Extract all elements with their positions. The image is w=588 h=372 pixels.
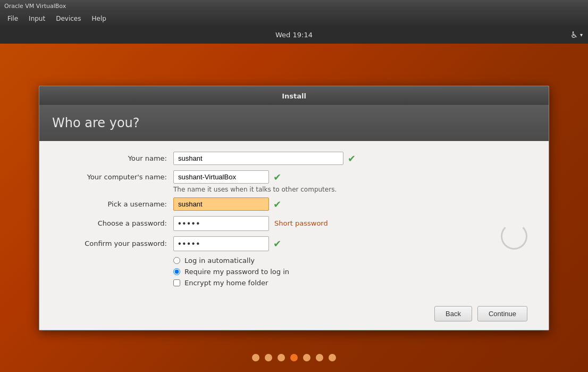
computer-name-hint: The name it uses when it talks to other …	[173, 186, 527, 193]
login-auto-row: Log in automatically	[173, 257, 527, 264]
topbar-icons: ♿ ▾	[570, 30, 583, 40]
encrypt-label[interactable]: Encrypt my home folder	[184, 279, 268, 287]
short-password-text: Short password	[274, 219, 328, 227]
dialog-titlebar: Install	[39, 86, 549, 105]
confirm-password-row: Confirm your password: ✔	[61, 236, 495, 251]
loading-circle	[501, 223, 527, 250]
confirm-password-input[interactable]	[173, 236, 269, 251]
password-row: Choose a password: Short password	[61, 216, 495, 231]
require-password-label[interactable]: Require my password to log in	[184, 268, 289, 276]
desktop: Install Who are you? Your name: ✔ Your c…	[0, 44, 588, 372]
computer-name-check-icon: ✔	[273, 171, 281, 183]
username-input[interactable]	[173, 197, 269, 211]
computer-name-row: Your computer's name: ✔	[61, 170, 527, 184]
confirm-password-label: Confirm your password:	[61, 239, 167, 247]
your-name-row: Your name: ✔	[61, 152, 527, 165]
progress-dot-3	[278, 354, 285, 361]
titlebar: Oracle VM VirtualBox	[0, 0, 588, 12]
computer-name-label: Your computer's name:	[61, 173, 167, 181]
your-name-input[interactable]	[173, 152, 343, 165]
progress-dot-1	[252, 354, 259, 361]
password-input[interactable]	[173, 216, 269, 231]
button-row: Back Continue	[39, 301, 549, 330]
progress-dot-2	[265, 354, 272, 361]
topbar-dropdown-arrow[interactable]: ▾	[580, 32, 583, 38]
menubar: File Input Devices Help	[0, 12, 588, 26]
back-button[interactable]: Back	[434, 306, 472, 321]
encrypt-checkbox[interactable]	[173, 279, 180, 286]
require-password-radio[interactable]	[173, 268, 180, 275]
password-label: Choose a password:	[61, 219, 167, 227]
progress-dot-5	[303, 354, 310, 361]
login-auto-radio[interactable]	[173, 257, 180, 264]
your-name-check-icon: ✔	[348, 153, 356, 164]
install-dialog: Install Who are you? Your name: ✔ Your c…	[39, 86, 549, 330]
encrypt-row: Encrypt my home folder	[173, 279, 527, 287]
username-check-icon: ✔	[273, 199, 281, 210]
continue-button[interactable]: Continue	[477, 306, 527, 321]
login-auto-label[interactable]: Log in automatically	[184, 257, 255, 264]
progress-dot-7	[329, 354, 336, 361]
who-section: Who are you?	[39, 105, 549, 141]
progress-dot-6	[316, 354, 323, 361]
menu-item-input[interactable]: Input	[23, 14, 51, 23]
username-row: Pick a username: ✔	[61, 197, 527, 211]
username-label: Pick a username:	[61, 200, 167, 208]
menu-item-file[interactable]: File	[2, 14, 23, 23]
accessibility-icon[interactable]: ♿	[570, 30, 578, 40]
who-title: Who are you?	[52, 115, 140, 130]
menu-item-devices[interactable]: Devices	[51, 14, 86, 23]
menu-item-help[interactable]: Help	[86, 14, 111, 23]
titlebar-text: Oracle VM VirtualBox	[4, 3, 66, 10]
confirm-password-check-icon: ✔	[273, 238, 281, 249]
require-password-row: Require my password to log in	[173, 268, 527, 276]
dialog-title: Install	[282, 92, 306, 100]
topbar: Wed 19:14 ♿ ▾	[0, 26, 588, 44]
your-name-label: Your name:	[61, 154, 167, 162]
progress-dots	[252, 354, 336, 361]
computer-name-input[interactable]	[173, 170, 269, 184]
progress-dot-4	[290, 354, 298, 361]
topbar-time: Wed 19:14	[275, 31, 313, 39]
form-section: Your name: ✔ Your computer's name: ✔ The…	[39, 141, 549, 301]
